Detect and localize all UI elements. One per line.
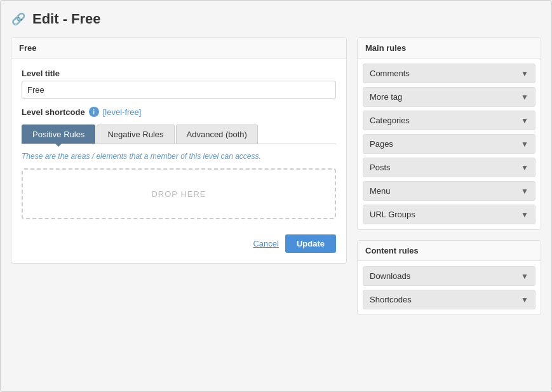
rule-item-menu[interactable]: Menu ▼ bbox=[363, 181, 535, 201]
rule-item-url-groups[interactable]: URL Groups ▼ bbox=[363, 205, 535, 224]
rule-label-downloads: Downloads bbox=[370, 271, 410, 281]
tab-advanced[interactable]: Advanced (both) bbox=[176, 125, 258, 144]
tabs: Positive Rules Negative Rules Advanced (… bbox=[22, 125, 336, 144]
info-icon[interactable]: i bbox=[89, 107, 99, 117]
action-row: Cancel Update bbox=[22, 229, 336, 253]
chevron-down-icon: ▼ bbox=[521, 187, 528, 196]
content-rules-body: Downloads ▼ Shortcodes ▼ bbox=[358, 261, 541, 314]
main-content: Free Level title Level shortcode i [leve… bbox=[11, 37, 541, 315]
chevron-down-icon: ▼ bbox=[521, 272, 528, 281]
chevron-down-icon: ▼ bbox=[521, 116, 528, 125]
rule-item-posts[interactable]: Posts ▼ bbox=[363, 158, 535, 177]
content-rules-header: Content rules bbox=[358, 241, 541, 261]
rule-item-categories[interactable]: Categories ▼ bbox=[363, 111, 535, 130]
main-rules-box: Main rules Comments ▼ More tag ▼ Categor… bbox=[357, 37, 541, 230]
tab-negative-rules[interactable]: Negative Rules bbox=[97, 125, 174, 144]
chevron-down-icon: ▼ bbox=[521, 295, 528, 304]
panel-title: Free bbox=[19, 43, 36, 53]
tab-positive-rules[interactable]: Positive Rules bbox=[22, 125, 95, 144]
drop-zone-text: DROP HERE bbox=[151, 189, 206, 199]
shortcode-row: Level shortcode i [level-free] bbox=[22, 107, 336, 117]
left-panel-header: Free bbox=[11, 38, 346, 58]
content-rules-box: Content rules Downloads ▼ Shortcodes ▼ bbox=[357, 240, 541, 315]
level-title-input[interactable] bbox=[22, 81, 336, 99]
rule-label-shortcodes: Shortcodes bbox=[370, 295, 412, 304]
chevron-down-icon: ▼ bbox=[521, 163, 528, 172]
rule-label-comments: Comments bbox=[370, 69, 410, 78]
rule-item-pages[interactable]: Pages ▼ bbox=[363, 134, 535, 154]
shortcode-value[interactable]: [level-free] bbox=[103, 107, 142, 117]
chevron-down-icon: ▼ bbox=[521, 69, 528, 78]
rule-item-downloads[interactable]: Downloads ▼ bbox=[363, 266, 535, 286]
drop-zone[interactable]: DROP HERE bbox=[22, 168, 336, 219]
link-icon: 🔗 bbox=[11, 11, 26, 27]
chevron-down-icon: ▼ bbox=[521, 93, 528, 102]
right-panel: Main rules Comments ▼ More tag ▼ Categor… bbox=[357, 37, 541, 315]
update-button[interactable]: Update bbox=[285, 234, 336, 253]
shortcode-label: Level shortcode bbox=[22, 107, 85, 117]
rule-label-menu: Menu bbox=[370, 186, 391, 196]
rule-label-pages: Pages bbox=[370, 139, 393, 149]
rule-label-categories: Categories bbox=[370, 116, 410, 125]
level-title-group: Level title bbox=[22, 69, 336, 99]
rule-item-shortcodes[interactable]: Shortcodes ▼ bbox=[363, 290, 535, 309]
page-title: Edit - Free bbox=[32, 11, 101, 27]
rule-item-more-tag[interactable]: More tag ▼ bbox=[363, 87, 535, 107]
page-header: 🔗 Edit - Free bbox=[11, 11, 541, 27]
left-panel-body: Level title Level shortcode i [level-fre… bbox=[11, 58, 346, 263]
left-panel: Free Level title Level shortcode i [leve… bbox=[11, 37, 347, 264]
main-rules-body: Comments ▼ More tag ▼ Categories ▼ Pages… bbox=[358, 58, 541, 229]
tab-description: These are the areas / elements that a me… bbox=[22, 152, 336, 161]
chevron-down-icon: ▼ bbox=[521, 210, 528, 219]
rule-label-url-groups: URL Groups bbox=[370, 210, 415, 219]
level-title-label: Level title bbox=[22, 69, 336, 78]
main-rules-header: Main rules bbox=[358, 38, 541, 58]
rule-label-posts: Posts bbox=[370, 163, 391, 172]
chevron-down-icon: ▼ bbox=[521, 140, 528, 149]
rule-label-more-tag: More tag bbox=[370, 92, 402, 102]
cancel-button[interactable]: Cancel bbox=[253, 239, 278, 248]
rule-item-comments[interactable]: Comments ▼ bbox=[363, 64, 535, 83]
